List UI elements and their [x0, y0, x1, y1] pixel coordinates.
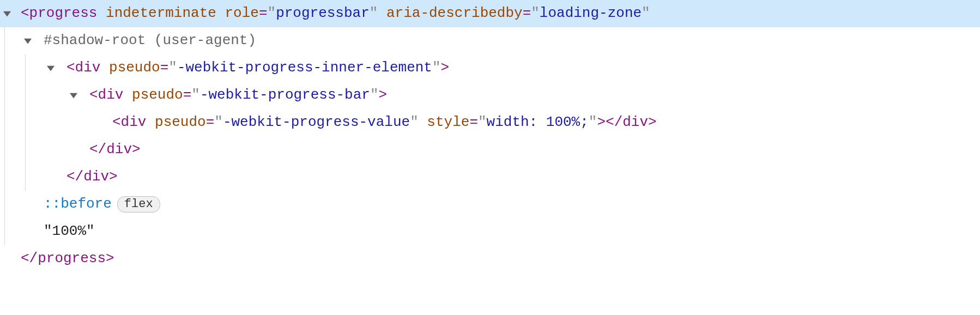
tag-progress-open: <progress indeterminate role="progressba… [21, 0, 650, 27]
dom-tree-line-2[interactable]: #shadow-root (user-agent) [0, 27, 980, 54]
tag-div-progress-bar: <div pseudo="-webkit-progress-bar"> [89, 82, 387, 108]
close-tag-progress: </progress> [21, 245, 114, 272]
expand-arrow-icon[interactable] [66, 92, 81, 99]
flex-badge[interactable]: flex [117, 196, 160, 213]
close-tag-div: </div> [89, 136, 141, 163]
expand-arrow-icon[interactable] [21, 37, 35, 45]
tag-div-inner-element: <div pseudo="-webkit-progress-inner-elem… [66, 54, 449, 81]
shadow-root-label: #shadow-root (user-agent) [44, 27, 256, 54]
dom-tree-line-4[interactable]: <div pseudo="-webkit-progress-bar"> [0, 82, 980, 109]
dom-tree-line-6[interactable]: </div> [0, 136, 980, 163]
expand-arrow-icon[interactable] [0, 10, 14, 17]
close-tag-div: </div> [66, 163, 118, 190]
dom-tree-line-1[interactable]: <progress indeterminate role="progressba… [0, 0, 980, 27]
tag-div-progress-value: <div pseudo="-webkit-progress-value" sty… [112, 109, 657, 136]
text-node: "100%" [44, 218, 95, 245]
dom-tree-line-3[interactable]: <div pseudo="-webkit-progress-inner-elem… [0, 54, 980, 82]
pseudo-before: ::before [44, 191, 112, 217]
dom-tree-line-10[interactable]: </progress> [0, 245, 980, 272]
expand-arrow-icon[interactable] [44, 64, 58, 72]
dom-tree-line-5[interactable]: <div pseudo="-webkit-progress-value" sty… [0, 109, 980, 136]
dom-tree-line-7[interactable]: </div> [0, 163, 980, 191]
dom-tree-line-9[interactable]: "100%" [0, 218, 980, 245]
dom-tree-line-8[interactable]: ::before flex [0, 191, 980, 218]
